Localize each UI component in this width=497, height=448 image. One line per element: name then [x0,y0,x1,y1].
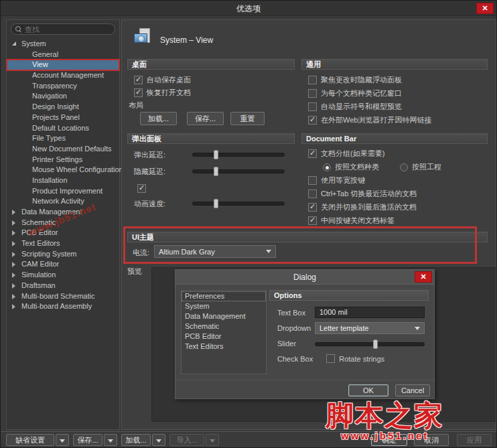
sidebar-item-system[interactable]: System [7,39,119,50]
equal-width-buttons-checkbox[interactable] [308,176,317,185]
sidebar-item-default-locations[interactable]: Default Locations [7,123,119,134]
sidebar-item-schematic[interactable]: Schematic [7,218,119,228]
ctrl-tab-switch-checkbox[interactable] [308,190,317,198]
preview-slider [315,342,425,346]
cancel-button[interactable]: 取消 [414,434,449,446]
collapsed-arrow-icon[interactable] [12,241,15,246]
sidebar-item-network-activity[interactable]: Network Activity [7,196,119,207]
layout-label: 布局 [129,100,143,110]
collapsed-arrow-icon[interactable] [12,304,15,309]
collapsed-arrow-icon[interactable] [12,262,15,267]
sidebar-item-installation[interactable]: Installation [7,175,119,186]
save-preferences-button[interactable]: 保存... [73,434,102,446]
sidebar-item-account-management[interactable]: Account Management [7,70,119,81]
popup-delay-label: 弹出延迟: [134,150,165,160]
sidebar-item-product-improvement[interactable]: Product Improvement [7,186,119,197]
open-links-external-browser-checkbox[interactable] [308,116,317,125]
preview-dialog: Dialog ✕ Preferences System Data Managem… [175,269,435,399]
sidebar-item-multi-board-schematic[interactable]: Multi-board Schematic [7,291,119,302]
sidebar-item-pcb-editor[interactable]: PCB Editor [7,228,119,238]
preview-checkbox [326,354,335,363]
sidebar-item-general[interactable]: General [7,50,119,60]
defaults-button[interactable]: 缺省设置 [6,434,54,446]
sidebar-item-view[interactable]: View [7,60,119,70]
chevron-down-icon [266,250,271,253]
theme-preview-area: Dialog ✕ Preferences System Data Managem… [151,267,496,422]
animation-speed-slider[interactable] [192,202,285,206]
group-by-project-radio[interactable] [400,163,408,171]
remember-window-per-kind-checkbox[interactable] [308,89,317,98]
sidebar-item-navigation[interactable]: Navigation [7,91,119,102]
layout-save-button[interactable]: 保存... [187,112,224,125]
popup-delay-slider[interactable] [192,153,285,157]
sidebar-item-data-management[interactable]: Data Management [7,207,119,218]
search-input[interactable] [25,25,105,33]
expand-arrow-icon[interactable] [12,42,16,46]
collapsed-arrow-icon[interactable] [12,220,15,226]
group-documents-checkbox[interactable] [308,149,317,158]
sidebar-item-draftsman[interactable]: Draftsman [7,281,119,291]
slider-thumb[interactable] [214,150,218,159]
sidebar-item-new-document-defaults[interactable]: New Document Defaults [7,144,119,155]
sidebar-item-scripting-system[interactable]: Scripting System [7,249,119,260]
sidebar-item-simulation[interactable]: Simulation [7,270,119,281]
close-icon[interactable]: ✕ [476,3,494,14]
preview-close-icon: ✕ [415,271,432,283]
close-switch-last-active-checkbox[interactable] [308,203,317,212]
load-dropdown-arrow[interactable] [152,434,165,446]
middle-click-close-tab-checkbox[interactable] [308,216,317,225]
category-tree: System General View Account Management T… [7,39,119,312]
sidebar-item-transparency[interactable]: Transparency [7,81,119,92]
animate-panels-checkbox[interactable] [137,184,146,193]
restore-documents-checkbox[interactable] [134,88,143,97]
hide-floating-panels-checkbox[interactable] [308,76,317,84]
sidebar-item-printer-settings[interactable]: Printer Settings [7,155,119,165]
collapsed-arrow-icon[interactable] [12,230,15,236]
chevron-down-icon [156,439,161,443]
collapsed-arrow-icon[interactable] [12,210,15,215]
layout-load-button[interactable]: 加载... [140,112,177,125]
layout-reset-button[interactable]: 重置 [230,112,265,125]
slider-thumb[interactable] [214,199,218,208]
section-general: 通用 [301,59,488,70]
autosave-desktop-checkbox[interactable] [134,76,143,84]
titlebar: 优选项 ✕ [1,1,496,16]
preview-slider-label: Slider [277,340,296,348]
collapsed-arrow-icon[interactable] [12,252,15,257]
hide-delay-slider[interactable] [192,169,285,173]
chevron-down-icon [108,439,113,443]
preview-list-item: Data Management [182,311,266,321]
group-by-document-kind-radio[interactable] [323,163,331,171]
sidebar-item-file-types[interactable]: File Types [7,133,119,144]
save-dropdown-arrow[interactable] [104,434,117,446]
sidebar-item-cam-editor[interactable]: CAM Editor [7,259,119,270]
collapsed-arrow-icon[interactable] [12,294,15,299]
animation-speed-label: 动画速度: [134,199,165,209]
preview-label: 预览 [127,267,142,277]
import-dropdown-arrow[interactable] [206,434,219,446]
auto-show-preview-checkbox[interactable] [308,102,317,111]
preview-dropdown-label: Dropdown [277,324,311,332]
sidebar-item-design-insight[interactable]: Design Insight [7,102,119,113]
ok-button[interactable]: 确定 [371,434,407,446]
section-desktop: 桌面 [127,59,295,70]
collapsed-arrow-icon[interactable] [12,283,15,289]
load-preferences-button[interactable]: 加载... [121,434,151,446]
preview-list-item: System [182,301,266,311]
theme-dropdown[interactable]: Altium Dark Gray [154,245,276,258]
theme-current-label: 电流: [133,248,149,258]
search-box[interactable] [11,23,115,35]
import-button[interactable]: 导入... [169,434,204,446]
main-panel: System – View 桌面 自动保存桌面 恢复打开文档 布局 加载... … [121,19,496,430]
sidebar-item-mouse-wheel-configuration[interactable]: Mouse Wheel Configuration [7,165,119,175]
apply-button[interactable]: 应用 [457,434,492,446]
slider-thumb[interactable] [214,167,218,176]
sidebar-item-text-editors[interactable]: Text Editors [7,238,119,249]
defaults-dropdown-arrow[interactable] [56,434,69,446]
sidebar-item-multi-board-assembly[interactable]: Multi-board Assembly [7,301,119,312]
sidebar-item-projects-panel[interactable]: Projects Panel [7,113,119,123]
collapsed-arrow-icon[interactable] [12,273,15,278]
preview-options-header: Options [269,290,429,301]
window-title: 优选项 [1,3,496,15]
autosave-desktop-label: 自动保存桌面 [147,75,191,85]
